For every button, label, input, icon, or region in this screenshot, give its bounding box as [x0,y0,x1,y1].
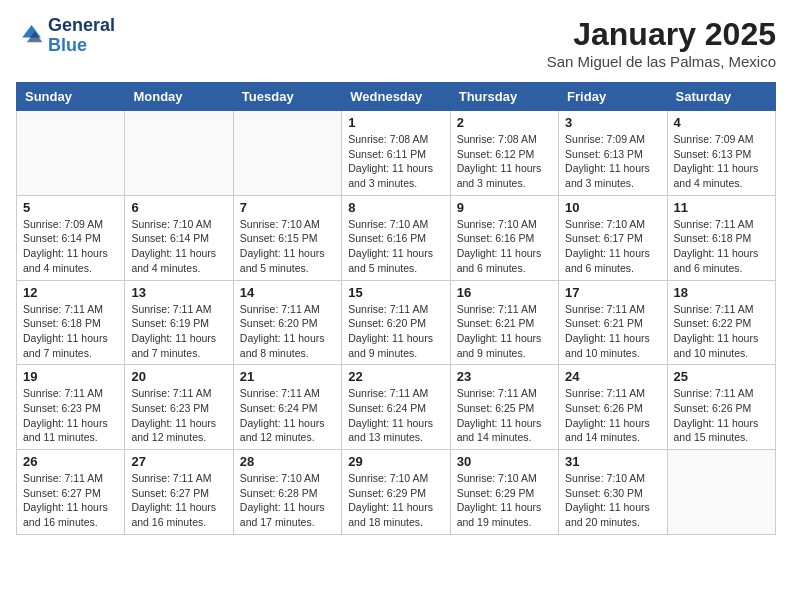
day-info: Sunrise: 7:09 AMSunset: 6:13 PMDaylight:… [565,132,660,191]
calendar-cell: 1Sunrise: 7:08 AMSunset: 6:11 PMDaylight… [342,111,450,196]
day-info: Sunrise: 7:10 AMSunset: 6:15 PMDaylight:… [240,217,335,276]
day-number: 4 [674,115,769,130]
day-info: Sunrise: 7:11 AMSunset: 6:27 PMDaylight:… [23,471,118,530]
day-info: Sunrise: 7:10 AMSunset: 6:30 PMDaylight:… [565,471,660,530]
day-number: 6 [131,200,226,215]
calendar-cell: 31Sunrise: 7:10 AMSunset: 6:30 PMDayligh… [559,450,667,535]
calendar-cell [233,111,341,196]
calendar-cell: 20Sunrise: 7:11 AMSunset: 6:23 PMDayligh… [125,365,233,450]
calendar-week-2: 12Sunrise: 7:11 AMSunset: 6:18 PMDayligh… [17,280,776,365]
calendar-cell: 7Sunrise: 7:10 AMSunset: 6:15 PMDaylight… [233,195,341,280]
calendar-cell: 16Sunrise: 7:11 AMSunset: 6:21 PMDayligh… [450,280,558,365]
header-thursday: Thursday [450,83,558,111]
calendar-cell: 4Sunrise: 7:09 AMSunset: 6:13 PMDaylight… [667,111,775,196]
day-info: Sunrise: 7:10 AMSunset: 6:28 PMDaylight:… [240,471,335,530]
calendar-cell [125,111,233,196]
day-info: Sunrise: 7:11 AMSunset: 6:22 PMDaylight:… [674,302,769,361]
calendar-cell: 5Sunrise: 7:09 AMSunset: 6:14 PMDaylight… [17,195,125,280]
day-info: Sunrise: 7:09 AMSunset: 6:14 PMDaylight:… [23,217,118,276]
title-block: January 2025 San Miguel de las Palmas, M… [547,16,776,70]
day-info: Sunrise: 7:11 AMSunset: 6:27 PMDaylight:… [131,471,226,530]
calendar-cell: 18Sunrise: 7:11 AMSunset: 6:22 PMDayligh… [667,280,775,365]
calendar-cell: 12Sunrise: 7:11 AMSunset: 6:18 PMDayligh… [17,280,125,365]
calendar-cell: 11Sunrise: 7:11 AMSunset: 6:18 PMDayligh… [667,195,775,280]
calendar-cell: 27Sunrise: 7:11 AMSunset: 6:27 PMDayligh… [125,450,233,535]
day-info: Sunrise: 7:11 AMSunset: 6:26 PMDaylight:… [674,386,769,445]
day-info: Sunrise: 7:11 AMSunset: 6:21 PMDaylight:… [565,302,660,361]
day-number: 20 [131,369,226,384]
day-number: 10 [565,200,660,215]
calendar-cell: 2Sunrise: 7:08 AMSunset: 6:12 PMDaylight… [450,111,558,196]
day-number: 12 [23,285,118,300]
month-title: January 2025 [547,16,776,53]
day-info: Sunrise: 7:11 AMSunset: 6:18 PMDaylight:… [23,302,118,361]
day-number: 26 [23,454,118,469]
calendar-cell: 22Sunrise: 7:11 AMSunset: 6:24 PMDayligh… [342,365,450,450]
day-number: 28 [240,454,335,469]
calendar-cell: 8Sunrise: 7:10 AMSunset: 6:16 PMDaylight… [342,195,450,280]
day-info: Sunrise: 7:11 AMSunset: 6:23 PMDaylight:… [131,386,226,445]
day-info: Sunrise: 7:11 AMSunset: 6:21 PMDaylight:… [457,302,552,361]
header-friday: Friday [559,83,667,111]
day-info: Sunrise: 7:11 AMSunset: 6:19 PMDaylight:… [131,302,226,361]
day-number: 23 [457,369,552,384]
day-info: Sunrise: 7:11 AMSunset: 6:23 PMDaylight:… [23,386,118,445]
weekday-row: Sunday Monday Tuesday Wednesday Thursday… [17,83,776,111]
header-saturday: Saturday [667,83,775,111]
day-info: Sunrise: 7:10 AMSunset: 6:16 PMDaylight:… [457,217,552,276]
calendar-cell: 19Sunrise: 7:11 AMSunset: 6:23 PMDayligh… [17,365,125,450]
logo: General Blue [16,16,115,56]
header-wednesday: Wednesday [342,83,450,111]
logo-general: General [48,15,115,35]
day-number: 21 [240,369,335,384]
day-info: Sunrise: 7:11 AMSunset: 6:20 PMDaylight:… [240,302,335,361]
day-number: 30 [457,454,552,469]
day-number: 29 [348,454,443,469]
calendar-table: Sunday Monday Tuesday Wednesday Thursday… [16,82,776,535]
calendar-cell: 29Sunrise: 7:10 AMSunset: 6:29 PMDayligh… [342,450,450,535]
calendar-week-1: 5Sunrise: 7:09 AMSunset: 6:14 PMDaylight… [17,195,776,280]
calendar-cell: 26Sunrise: 7:11 AMSunset: 6:27 PMDayligh… [17,450,125,535]
logo-blue: Blue [48,35,87,55]
day-info: Sunrise: 7:11 AMSunset: 6:26 PMDaylight:… [565,386,660,445]
calendar-cell: 9Sunrise: 7:10 AMSunset: 6:16 PMDaylight… [450,195,558,280]
day-info: Sunrise: 7:11 AMSunset: 6:25 PMDaylight:… [457,386,552,445]
day-number: 25 [674,369,769,384]
calendar-cell: 30Sunrise: 7:10 AMSunset: 6:29 PMDayligh… [450,450,558,535]
page-header: General Blue January 2025 San Miguel de … [16,16,776,70]
day-info: Sunrise: 7:09 AMSunset: 6:13 PMDaylight:… [674,132,769,191]
header-tuesday: Tuesday [233,83,341,111]
calendar-cell [667,450,775,535]
day-info: Sunrise: 7:10 AMSunset: 6:16 PMDaylight:… [348,217,443,276]
calendar-week-0: 1Sunrise: 7:08 AMSunset: 6:11 PMDaylight… [17,111,776,196]
calendar-cell: 14Sunrise: 7:11 AMSunset: 6:20 PMDayligh… [233,280,341,365]
calendar-header: Sunday Monday Tuesday Wednesday Thursday… [17,83,776,111]
day-info: Sunrise: 7:11 AMSunset: 6:24 PMDaylight:… [348,386,443,445]
day-number: 5 [23,200,118,215]
day-info: Sunrise: 7:11 AMSunset: 6:24 PMDaylight:… [240,386,335,445]
day-number: 11 [674,200,769,215]
calendar-cell: 24Sunrise: 7:11 AMSunset: 6:26 PMDayligh… [559,365,667,450]
day-info: Sunrise: 7:08 AMSunset: 6:11 PMDaylight:… [348,132,443,191]
day-number: 9 [457,200,552,215]
logo-icon [16,22,44,50]
day-number: 24 [565,369,660,384]
calendar-week-4: 26Sunrise: 7:11 AMSunset: 6:27 PMDayligh… [17,450,776,535]
day-number: 2 [457,115,552,130]
header-sunday: Sunday [17,83,125,111]
day-number: 27 [131,454,226,469]
calendar-cell: 10Sunrise: 7:10 AMSunset: 6:17 PMDayligh… [559,195,667,280]
day-number: 17 [565,285,660,300]
calendar-cell: 6Sunrise: 7:10 AMSunset: 6:14 PMDaylight… [125,195,233,280]
day-number: 18 [674,285,769,300]
day-number: 22 [348,369,443,384]
calendar-cell: 25Sunrise: 7:11 AMSunset: 6:26 PMDayligh… [667,365,775,450]
calendar-cell: 15Sunrise: 7:11 AMSunset: 6:20 PMDayligh… [342,280,450,365]
day-info: Sunrise: 7:11 AMSunset: 6:18 PMDaylight:… [674,217,769,276]
day-info: Sunrise: 7:08 AMSunset: 6:12 PMDaylight:… [457,132,552,191]
location-subtitle: San Miguel de las Palmas, Mexico [547,53,776,70]
calendar-body: 1Sunrise: 7:08 AMSunset: 6:11 PMDaylight… [17,111,776,535]
day-info: Sunrise: 7:10 AMSunset: 6:17 PMDaylight:… [565,217,660,276]
day-number: 13 [131,285,226,300]
calendar-cell: 13Sunrise: 7:11 AMSunset: 6:19 PMDayligh… [125,280,233,365]
